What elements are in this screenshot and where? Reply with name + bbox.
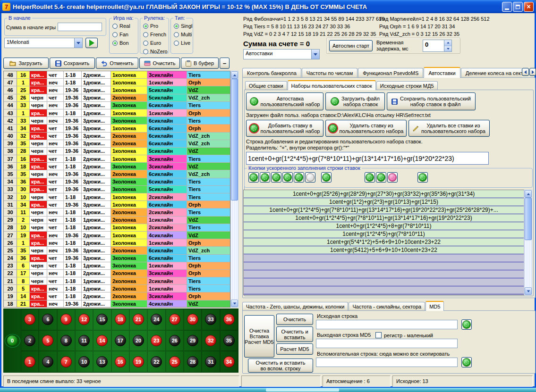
- tab-scroll-left-button[interactable]: [522, 68, 529, 76]
- history-row[interactable]: 3618кра...чет1-182дюжи...3колонка3сиклай…: [4, 163, 230, 170]
- board-cell-29[interactable]: 29: [184, 330, 202, 351]
- autospin-start-button[interactable]: Автоспин старт: [329, 40, 373, 51]
- combobox-dropdown-button[interactable]: [311, 50, 319, 59]
- history-row[interactable]: 4134кра...чет19-363дюжи...1колонка6сикла…: [4, 125, 230, 132]
- board-cell-26[interactable]: 26: [166, 330, 184, 351]
- board-cell-0[interactable]: 0: [7, 335, 18, 346]
- quick-chip-button-4[interactable]: [282, 172, 293, 183]
- bet-string-row[interactable]: 1cent+gr(1*2*4*5)+gr(7*8*10*11): [244, 230, 524, 238]
- scroll-up-button[interactable]: [525, 190, 532, 198]
- history-row[interactable]: 4526чернчет19-363дюжи...2колонка5сиклайн…: [4, 94, 230, 102]
- bet-strings-scrollbar[interactable]: [524, 190, 532, 295]
- maximize-button[interactable]: [513, 2, 523, 12]
- bet-string-row[interactable]: 1cent+0+gr(1*2*4*5)+8+gr(7*8*10*11): [244, 222, 524, 230]
- board-cell-2[interactable]: 2: [21, 330, 39, 351]
- md5-aux-clear-paste-button[interactable]: Очистить и вставить во вспом. строку: [248, 359, 313, 373]
- board-cell-10[interactable]: 10: [75, 351, 93, 372]
- md5-output-input[interactable]: [316, 339, 458, 348]
- history-row[interactable]: 4816кра...чет1-182дюжи...1колонка3сиклай…: [4, 71, 230, 79]
- history-row[interactable]: 431кра...неч1-181дюжи...1колонка1сиклайн…: [4, 109, 230, 117]
- board-cell-34[interactable]: 34: [220, 351, 238, 372]
- history-row[interactable]: 2719кра...неч19-362дюжи...1колонка4сикла…: [4, 232, 230, 239]
- scroll-down-button[interactable]: [231, 300, 238, 307]
- history-row[interactable]: 4032кра...чет19-363дюжи...2колонка6сикла…: [4, 133, 230, 140]
- board-cell-31[interactable]: 31: [202, 351, 220, 372]
- register-checkbox[interactable]: [375, 332, 382, 338]
- history-row[interactable]: 3935черннеч19-363дюжи...2колонка6сиклайн…: [4, 140, 230, 148]
- board-cell-22[interactable]: 22: [147, 351, 165, 372]
- radio-wheel-french[interactable]: French: [143, 31, 169, 38]
- history-row[interactable]: 218чернчет1-181дюжи...2колонка2сиклайнTi…: [4, 277, 230, 285]
- subtab-md5-source-strings[interactable]: Исходные строки МД5: [376, 81, 438, 90]
- aux-copy-chip-button[interactable]: [461, 357, 472, 367]
- collapse-button[interactable]: −: [220, 58, 230, 69]
- quick-chip-button-5[interactable]: [294, 172, 304, 183]
- quick-chip-button-10[interactable]: [387, 172, 398, 183]
- bet-string-row[interactable]: [244, 254, 524, 262]
- history-row[interactable]: 3011черннеч1-181дюжи...2колонка2сиклайнT…: [4, 209, 230, 216]
- source-copy-chip-button[interactable]: [461, 319, 472, 330]
- radio-type-live[interactable]: Live: [174, 39, 193, 47]
- history-row[interactable]: 2436кра...чет19-363дюжи...3колонка6сикла…: [4, 255, 230, 262]
- start-sum-input[interactable]: [58, 23, 102, 31]
- history-row[interactable]: 1821кра...неч19-362дюжи...3колонка4сикла…: [4, 300, 230, 308]
- history-row[interactable]: 2810чернчет1-181дюжи...1колонка2сиклайнT…: [4, 224, 230, 232]
- bet-string-row[interactable]: 1cent+0+gr(1*2*4*5)+gr(7*8*10*11)+gr(13*…: [244, 206, 524, 214]
- add-bet-button[interactable]: Добавить ставку впользовательский набор: [246, 120, 323, 137]
- buffer-button[interactable]: В буфер: [181, 58, 219, 69]
- spin-down-button[interactable]: [444, 46, 451, 52]
- run-preset-button[interactable]: [85, 38, 98, 48]
- history-row[interactable]: 471кра...неч1-181дюжи...1колонка1сиклайн…: [4, 79, 230, 86]
- md5-aux-input[interactable]: [316, 358, 458, 367]
- board-cell-9[interactable]: 9: [57, 309, 75, 330]
- tab-scroll-right-button[interactable]: [529, 68, 536, 76]
- scrollbar-track[interactable]: [231, 79, 238, 300]
- board-cell-4[interactable]: 4: [39, 351, 57, 372]
- board-cell-15[interactable]: 15: [93, 309, 111, 330]
- radio-type-multi[interactable]: Multi: [174, 31, 193, 38]
- clear-button[interactable]: Очистить: [139, 58, 180, 69]
- bet-string-row[interactable]: [244, 262, 524, 270]
- board-cell-1[interactable]: 1: [21, 351, 39, 372]
- scrollbar-thumb[interactable]: [525, 198, 532, 240]
- board-cell-33[interactable]: 33: [202, 309, 220, 330]
- radio-wheel-euro[interactable]: Euro: [143, 39, 169, 47]
- board-cell-36[interactable]: 36: [220, 309, 238, 330]
- board-cell-17[interactable]: 17: [111, 330, 129, 351]
- quick-chip-button-9[interactable]: [376, 172, 386, 183]
- history-row[interactable]: 4433черннеч19-363дюжи...3колонка6сиклайн…: [4, 102, 230, 109]
- history-row[interactable]: 3716кра...чет1-182дюжи...1колонка3сиклай…: [4, 155, 230, 163]
- board-cell-3[interactable]: 3: [21, 309, 39, 330]
- tab-md5[interactable]: MD5: [425, 301, 444, 311]
- history-row[interactable]: 205кра...неч1-181дюжи...2колонка1сиклайн…: [4, 285, 230, 292]
- remove-bet-button[interactable]: Удалить ставку изпользовательского набор…: [325, 120, 407, 137]
- board-cell-7[interactable]: 7: [57, 351, 75, 372]
- subtab-general-bets[interactable]: Общие ставки: [245, 81, 287, 90]
- history-row[interactable]: 261кра...неч1-181дюжи...1колонка1сиклайн…: [4, 239, 230, 247]
- quick-chip-button-7[interactable]: [321, 172, 332, 183]
- board-cell-8[interactable]: 8: [57, 330, 75, 351]
- tab-freq-siklain-sectors[interactable]: Частота - сиклайны, сектора: [349, 302, 425, 311]
- bet-string-row[interactable]: [244, 270, 524, 278]
- quick-chip-button-3[interactable]: [271, 172, 281, 183]
- tab-bankroll-control[interactable]: Контроль банкролла: [242, 68, 301, 78]
- save-button[interactable]: Сохранить: [50, 58, 95, 69]
- tab-wheel-sectors[interactable]: Деление колеса на сектора: [461, 68, 522, 78]
- radio-game-real[interactable]: Real: [112, 22, 138, 30]
- board-cell-23[interactable]: 23: [147, 330, 165, 351]
- history-scrollbar[interactable]: [230, 71, 238, 308]
- md5-clear-paste-button[interactable]: Очистить и вставить: [276, 326, 313, 342]
- load-button[interactable]: Загрузить: [3, 58, 49, 69]
- history-row[interactable]: 3535черннеч19-363дюжи...2колонка6сиклайн…: [4, 170, 230, 178]
- history-row[interactable]: 3436кра...чет19-363дюжи...3колонка6сикла…: [4, 178, 230, 186]
- bet-string-row[interactable]: 1cent+gr(5412)+5+6+9+10+10cent+23+22: [244, 246, 524, 254]
- board-cell-30[interactable]: 30: [184, 309, 202, 330]
- quick-chip-button-2[interactable]: [260, 172, 270, 183]
- close-button[interactable]: ×: [524, 2, 534, 12]
- board-cell-12[interactable]: 12: [75, 309, 93, 330]
- history-row[interactable]: 3330кра...чет19-363дюжи...3колонка5сикла…: [4, 186, 230, 193]
- tab-functional-psevdoms[interactable]: Функционал PsevdoMS: [358, 68, 423, 78]
- board-cell-6[interactable]: 6: [39, 309, 57, 330]
- subtab-user-bet-sets[interactable]: Наборы пользовательских ставок: [288, 80, 376, 90]
- history-row[interactable]: 4625кра...неч19-363дюжи...1колонка5сикла…: [4, 86, 230, 94]
